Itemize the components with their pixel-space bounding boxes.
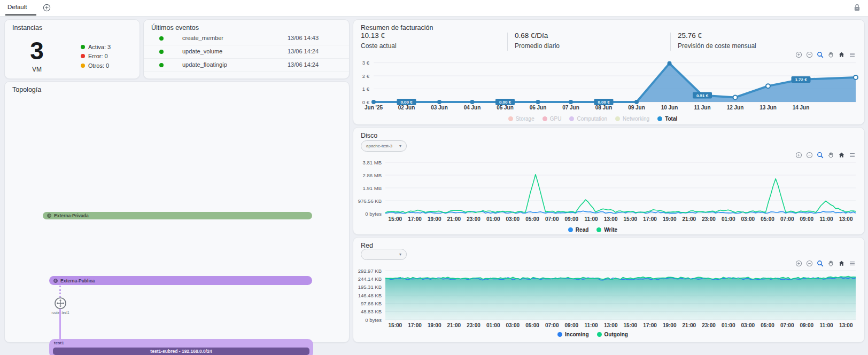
event-row[interactable]: create_member 13/06 14:43 (144, 32, 349, 45)
stat-label: Previsión de coste mensual (678, 42, 756, 50)
event-status-dot-icon (159, 50, 164, 54)
legend-item[interactable]: Read (568, 227, 588, 233)
pan-icon[interactable] (827, 260, 834, 267)
svg-text:0.00 €: 0.00 € (598, 100, 610, 105)
disk-instance-select[interactable]: apache-test-3 ▾ (361, 140, 407, 152)
legend-label: Total (665, 116, 677, 122)
billing-title: Resumen de facturación (361, 24, 433, 31)
events-panel: Últimos eventos create_member 13/06 14:4… (143, 19, 350, 79)
svg-text:17:00: 17:00 (408, 216, 422, 222)
stat-value: 0.68 €/Día (515, 31, 560, 40)
box-zoom-icon[interactable] (817, 260, 824, 267)
network-instance-select[interactable]: ▾ (361, 249, 407, 260)
lock-icon[interactable] (854, 3, 861, 12)
svg-text:244.14 KB: 244.14 KB (358, 276, 382, 282)
zoom-out-icon[interactable] (806, 260, 813, 267)
svg-text:03 Jun: 03 Jun (431, 105, 448, 111)
legend-item[interactable]: Outgoing (597, 332, 628, 337)
svg-text:09:00: 09:00 (565, 322, 579, 328)
svg-text:2 €: 2 € (362, 73, 370, 79)
stat-value: 10.13 € (361, 31, 397, 40)
network-panel: Red ▾ 0 bytes48.83 KB97.66 KB146.48 KB19… (353, 237, 865, 343)
svg-text:0 €: 0 € (362, 99, 370, 105)
topology-title: Topología (12, 86, 41, 93)
state-other-label: Otros: 0 (88, 62, 109, 69)
dashboard-screen: Default Instancias 3 VM Activa: 3 Error:… (0, 0, 868, 355)
vm-state-list: Activa: 3 Error: 0 Otros: 0 (81, 42, 111, 70)
svg-text:1 €: 1 € (362, 86, 370, 92)
event-row[interactable]: update_floatingip 13/06 14:24 (144, 59, 349, 72)
svg-text:09:00: 09:00 (800, 322, 814, 328)
chart-menu-icon[interactable] (849, 260, 856, 267)
zoom-in-icon[interactable] (795, 260, 802, 267)
svg-text:15:00: 15:00 (624, 216, 638, 222)
svg-text:07:00: 07:00 (545, 322, 559, 328)
svg-text:23:00: 23:00 (467, 216, 480, 222)
svg-text:05 Jun: 05 Jun (497, 105, 514, 111)
events-title: Últimos eventos (151, 24, 199, 31)
svg-text:3 €: 3 € (362, 60, 370, 66)
legend-dot-icon (597, 332, 602, 337)
event-name: update_floatingip (182, 61, 227, 68)
reset-view-icon[interactable] (838, 260, 845, 267)
event-name: create_member (182, 35, 223, 41)
add-tab-icon[interactable] (43, 4, 51, 12)
active-dot-icon (81, 45, 85, 49)
legend-label: Read (576, 227, 588, 233)
legend-item[interactable]: Total (657, 116, 677, 122)
svg-text:11 Jun: 11 Jun (694, 105, 710, 111)
svg-text:01:00: 01:00 (722, 216, 735, 222)
event-time: 13/06 14:24 (288, 48, 319, 54)
svg-text:03:00: 03:00 (506, 216, 520, 222)
subnet-bar[interactable]: test1-subred - 192.168.0.0/24 (53, 348, 309, 355)
network-bar-externa-publica[interactable]: Externa-Publica (49, 276, 312, 285)
svg-text:07:00: 07:00 (780, 322, 794, 328)
legend-item[interactable]: Networking (615, 116, 649, 122)
legend-dot-icon (569, 116, 574, 121)
disk-chart[interactable]: 0 bytes976.56 KB1.91 MB2.86 MB3.81 MB15:… (358, 157, 860, 224)
error-dot-icon (81, 54, 85, 58)
svg-text:97.66 KB: 97.66 KB (361, 301, 382, 306)
svg-text:17:00: 17:00 (643, 322, 657, 328)
svg-text:13:00: 13:00 (839, 216, 853, 222)
disk-legend: ReadWrite (369, 227, 859, 233)
network-chart[interactable]: 0 bytes48.83 KB97.66 KB146.48 KB195.31 K… (358, 267, 860, 333)
svg-text:15:00: 15:00 (389, 322, 402, 328)
svg-text:12 Jun: 12 Jun (727, 105, 744, 111)
svg-text:05:00: 05:00 (761, 322, 774, 328)
svg-text:01:00: 01:00 (722, 322, 735, 328)
svg-text:2.86 MB: 2.86 MB (363, 172, 382, 178)
svg-text:0.00 €: 0.00 € (400, 100, 413, 105)
svg-text:21:00: 21:00 (447, 216, 461, 222)
billing-chart[interactable]: 0 €1 €2 €3 €Jun '2502 Jun03 Jun04 Jun05 … (358, 53, 860, 116)
svg-text:11:00: 11:00 (584, 216, 598, 222)
network-test1[interactable]: test1 test1-subred - 192.168.0.0/24 (49, 339, 313, 355)
globe-icon (46, 213, 52, 218)
svg-text:0 bytes: 0 bytes (365, 317, 382, 323)
legend-label: Outgoing (604, 332, 628, 337)
legend-item[interactable]: Incoming (557, 332, 588, 337)
svg-text:01:00: 01:00 (486, 216, 500, 222)
legend-item[interactable]: Storage (508, 116, 534, 122)
disk-instance-selected: apache-test-3 (366, 144, 392, 148)
legend-item[interactable]: Write (596, 227, 617, 233)
event-row[interactable]: update_volume 13/06 14:24 (144, 45, 349, 59)
legend-dot-icon (557, 332, 562, 337)
svg-text:03:00: 03:00 (506, 322, 520, 328)
svg-text:11:00: 11:00 (819, 322, 833, 328)
svg-text:07:00: 07:00 (545, 216, 559, 222)
svg-text:04 Jun: 04 Jun (464, 105, 481, 111)
billing-legend: StorageGPUComputationNetworkingTotal (369, 116, 859, 122)
network-title: Red (361, 242, 373, 249)
svg-text:03:00: 03:00 (741, 216, 755, 222)
network-legend: IncomingOutgoing (369, 332, 859, 337)
router-icon[interactable] (54, 297, 67, 310)
legend-item[interactable]: GPU (542, 116, 562, 122)
tab-default[interactable]: Default (7, 4, 27, 10)
svg-text:15:00: 15:00 (624, 322, 638, 328)
svg-text:1.91 MB: 1.91 MB (363, 185, 382, 191)
legend-item[interactable]: Computation (569, 116, 607, 122)
network-bar-externa-privada[interactable]: Externa-Privada (43, 212, 312, 219)
svg-text:11:00: 11:00 (819, 216, 833, 222)
legend-label: Storage (516, 116, 534, 122)
